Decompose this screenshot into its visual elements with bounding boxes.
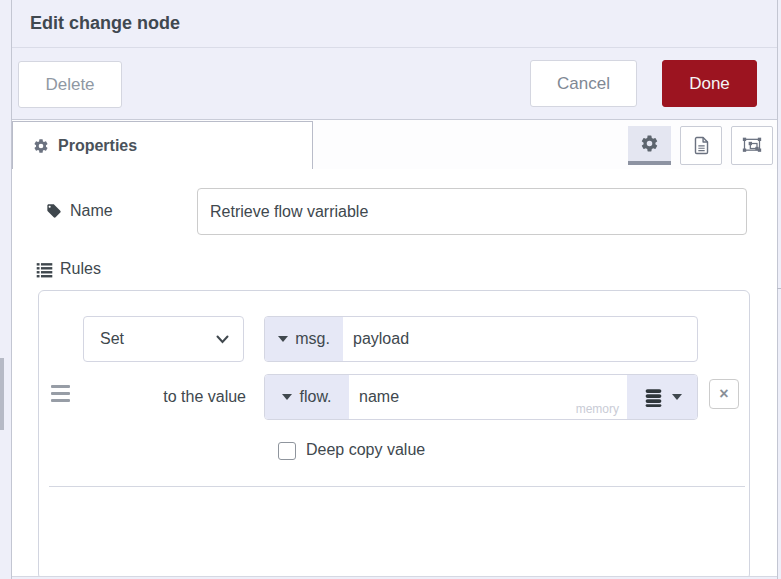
triangle-down-icon xyxy=(278,336,288,342)
rules-container: Set msg. to the value xyxy=(38,290,750,579)
properties-tab-label: Properties xyxy=(58,137,137,155)
tag-icon xyxy=(46,203,62,219)
database-icon xyxy=(643,387,664,408)
deep-copy-label: Deep copy value xyxy=(306,441,425,459)
edit-change-node-dialog: Edit change node Delete Cancel Done Prop… xyxy=(0,0,781,579)
to-the-value-label: to the value xyxy=(99,374,246,420)
node-settings-button[interactable] xyxy=(628,126,671,165)
chevron-down-icon xyxy=(216,335,229,344)
tab-properties[interactable]: Properties xyxy=(12,121,313,170)
gear-icon xyxy=(640,134,659,153)
rule-divider xyxy=(49,486,745,487)
rules-label: Rules xyxy=(60,260,101,278)
dialog-header: Edit change node xyxy=(12,0,777,48)
node-description-button[interactable] xyxy=(680,126,722,165)
cancel-button[interactable]: Cancel xyxy=(530,60,637,107)
deep-copy-checkbox[interactable] xyxy=(278,442,296,460)
target-prefix-label: msg. xyxy=(295,330,330,348)
store-select-button[interactable] xyxy=(627,375,697,419)
rule-action-value: Set xyxy=(100,330,216,348)
rule-value-input[interactable] xyxy=(349,375,627,419)
rule-value-typedinput: flow. memory xyxy=(264,374,698,420)
list-icon xyxy=(36,261,53,278)
workspace-edge xyxy=(0,0,12,579)
workspace-scrollbar[interactable] xyxy=(0,358,4,430)
dialog-title: Edit change node xyxy=(30,0,180,47)
rule-action-select[interactable]: Set xyxy=(83,316,244,362)
file-icon xyxy=(692,136,711,155)
remove-rule-button[interactable]: × xyxy=(709,379,739,409)
node-appearance-button[interactable] xyxy=(731,126,773,165)
triangle-down-icon xyxy=(672,394,682,400)
name-label: Name xyxy=(70,202,113,220)
triangle-down-icon xyxy=(282,394,292,400)
flow-prefix-button[interactable]: flow. xyxy=(265,375,349,419)
dialog-content: Name Rules Set msg. xyxy=(12,169,777,576)
rule-target-typedinput: msg. xyxy=(264,316,698,362)
dialog-buttonbar: Delete Cancel Done xyxy=(12,48,777,120)
delete-button[interactable]: Delete xyxy=(18,61,122,108)
rules-section-label: Rules xyxy=(36,257,101,281)
name-input[interactable] xyxy=(197,188,747,235)
tray-right-edge xyxy=(777,0,778,579)
done-button[interactable]: Done xyxy=(662,60,757,107)
name-field-label: Name xyxy=(46,189,113,233)
drag-handle-icon[interactable] xyxy=(51,385,70,402)
value-prefix-label: flow. xyxy=(299,388,331,406)
msg-prefix-button[interactable]: msg. xyxy=(265,317,343,361)
group-icon xyxy=(742,136,762,156)
rule-target-input[interactable] xyxy=(343,317,697,361)
gear-icon xyxy=(33,138,49,154)
tab-row: Properties xyxy=(12,120,777,169)
